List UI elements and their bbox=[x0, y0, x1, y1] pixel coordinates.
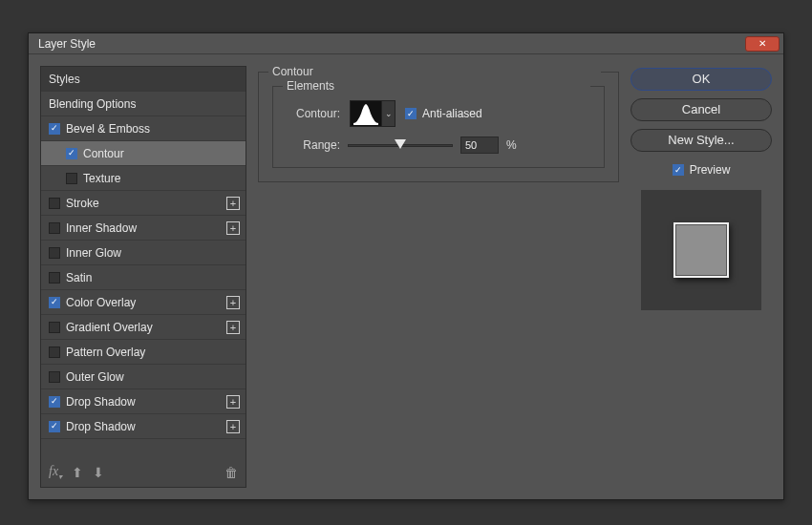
style-row-gradient-overlay[interactable]: Gradient Overlay+ bbox=[41, 315, 246, 340]
add-instance-icon[interactable]: + bbox=[226, 221, 240, 235]
style-label: Color Overlay bbox=[66, 296, 136, 309]
add-instance-icon[interactable]: + bbox=[226, 296, 240, 309]
contour-curve-icon bbox=[352, 102, 380, 125]
blending-options-row[interactable]: Blending Options bbox=[41, 92, 246, 116]
close-icon: ✕ bbox=[759, 39, 766, 49]
style-checkbox[interactable] bbox=[49, 272, 60, 284]
style-checkbox[interactable] bbox=[49, 371, 60, 383]
contour-label: Contour: bbox=[285, 107, 340, 120]
style-row-color-overlay[interactable]: Color Overlay+ bbox=[41, 290, 246, 315]
contour-swatch[interactable] bbox=[350, 100, 382, 127]
elements-group: Elements Contour: ⌄ bbox=[272, 86, 605, 168]
titlebar[interactable]: Layer Style ✕ bbox=[29, 33, 783, 54]
style-checkbox[interactable] bbox=[49, 222, 60, 234]
style-label: Satin bbox=[66, 271, 92, 284]
ok-button[interactable]: OK bbox=[630, 68, 772, 91]
style-checkbox[interactable] bbox=[49, 346, 60, 358]
fx-icon[interactable]: fx▾ bbox=[49, 464, 62, 481]
style-row-contour[interactable]: Contour bbox=[41, 141, 246, 166]
move-down-icon[interactable]: ⬇ bbox=[93, 465, 104, 480]
preview-checkbox[interactable] bbox=[673, 164, 684, 176]
preview-swatch bbox=[673, 222, 729, 278]
section-title: Contour bbox=[268, 65, 601, 78]
group-title: Elements bbox=[283, 79, 590, 93]
layer-style-dialog: Layer Style ✕ Styles Blending Options Be… bbox=[28, 32, 784, 500]
styles-header[interactable]: Styles bbox=[41, 67, 246, 92]
add-instance-icon[interactable]: + bbox=[226, 321, 240, 334]
style-row-inner-glow[interactable]: Inner Glow bbox=[41, 241, 246, 265]
range-slider[interactable] bbox=[348, 138, 453, 152]
style-label: Gradient Overlay bbox=[66, 321, 153, 334]
style-label: Bevel & Emboss bbox=[66, 122, 150, 136]
contour-dropdown[interactable]: ⌄ bbox=[382, 100, 395, 127]
contour-section: Contour Elements Contour: bbox=[258, 72, 619, 182]
style-checkbox[interactable] bbox=[49, 198, 60, 209]
add-instance-icon[interactable]: + bbox=[226, 395, 240, 409]
preview-thumbnail bbox=[641, 190, 761, 310]
style-row-bevel-emboss[interactable]: Bevel & Emboss bbox=[41, 116, 246, 141]
style-row-stroke[interactable]: Stroke+ bbox=[41, 191, 246, 216]
add-instance-icon[interactable]: + bbox=[226, 197, 240, 210]
styles-footer: fx▾ ⬆ ⬇ 🗑 bbox=[41, 458, 246, 487]
range-label: Range: bbox=[285, 138, 340, 152]
style-checkbox[interactable] bbox=[49, 396, 60, 408]
style-row-drop-shadow[interactable]: Drop Shadow+ bbox=[41, 389, 246, 414]
style-row-texture[interactable]: Texture bbox=[41, 166, 246, 191]
style-label: Drop Shadow bbox=[66, 420, 136, 433]
style-checkbox[interactable] bbox=[49, 247, 60, 259]
style-label: Stroke bbox=[66, 197, 99, 210]
chevron-down-icon: ⌄ bbox=[385, 109, 393, 118]
style-checkbox[interactable] bbox=[49, 297, 60, 308]
anti-aliased-checkbox[interactable] bbox=[405, 108, 417, 119]
style-checkbox[interactable] bbox=[66, 173, 77, 184]
style-row-outer-glow[interactable]: Outer Glow bbox=[41, 365, 246, 389]
style-label: Contour bbox=[83, 147, 124, 160]
range-input[interactable] bbox=[460, 136, 499, 154]
style-label: Texture bbox=[83, 172, 120, 185]
style-row-satin[interactable]: Satin bbox=[41, 265, 246, 290]
close-button[interactable]: ✕ bbox=[745, 36, 780, 52]
style-label: Inner Shadow bbox=[66, 221, 137, 235]
style-row-pattern-overlay[interactable]: Pattern Overlay bbox=[41, 340, 246, 365]
style-row-drop-shadow[interactable]: Drop Shadow+ bbox=[41, 414, 246, 439]
anti-aliased-option[interactable]: Anti-aliased bbox=[405, 107, 482, 120]
styles-list: Styles Blending Options Bevel & EmbossCo… bbox=[40, 66, 246, 488]
style-label: Inner Glow bbox=[66, 246, 121, 260]
style-checkbox[interactable] bbox=[49, 322, 60, 333]
add-instance-icon[interactable]: + bbox=[226, 420, 240, 433]
trash-icon[interactable]: 🗑 bbox=[224, 465, 238, 480]
settings-panel: Contour Elements Contour: bbox=[258, 66, 619, 488]
dialog-body: Styles Blending Options Bevel & EmbossCo… bbox=[29, 54, 783, 499]
preview-option[interactable]: Preview bbox=[630, 163, 772, 177]
dialog-title: Layer Style bbox=[38, 37, 745, 51]
style-label: Pattern Overlay bbox=[66, 346, 145, 359]
style-row-inner-shadow[interactable]: Inner Shadow+ bbox=[41, 216, 246, 241]
style-label: Drop Shadow bbox=[66, 395, 136, 409]
cancel-button[interactable]: Cancel bbox=[630, 98, 772, 121]
style-checkbox[interactable] bbox=[49, 123, 60, 135]
new-style-button[interactable]: New Style... bbox=[630, 129, 772, 152]
style-label: Outer Glow bbox=[66, 370, 124, 384]
action-column: OK Cancel New Style... Preview bbox=[630, 66, 772, 488]
move-up-icon[interactable]: ⬆ bbox=[72, 465, 83, 480]
slider-thumb-icon[interactable] bbox=[395, 139, 406, 149]
style-checkbox[interactable] bbox=[49, 421, 60, 432]
style-checkbox[interactable] bbox=[66, 148, 77, 159]
